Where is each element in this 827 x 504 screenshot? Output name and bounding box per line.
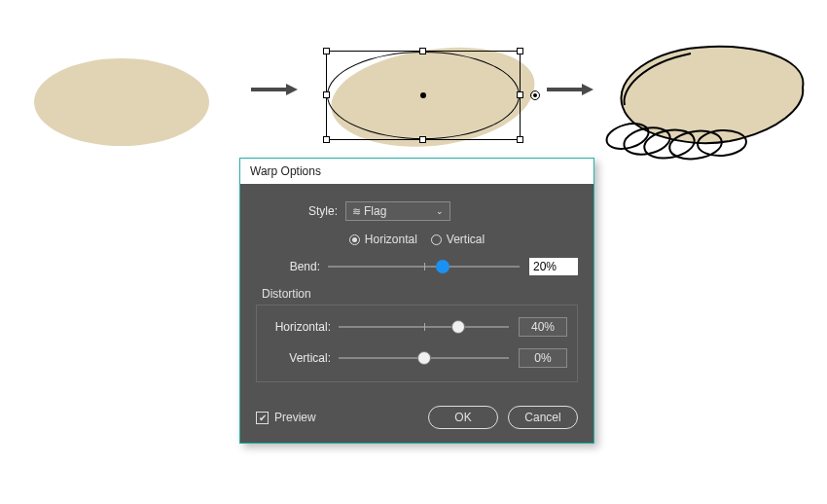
check-icon: ✔ xyxy=(256,412,269,424)
handle-tc[interactable] xyxy=(419,48,426,54)
preview-checkbox[interactable]: ✔ Preview xyxy=(256,411,316,424)
center-point[interactable] xyxy=(420,92,426,98)
handle-br[interactable] xyxy=(517,136,523,143)
handle-ml[interactable] xyxy=(323,91,330,98)
chevron-down-icon: ⌄ xyxy=(436,206,444,216)
dist-h-slider[interactable] xyxy=(339,326,509,328)
step3-result-drawing xyxy=(593,29,817,165)
dialog-body: Style: ≋ Flag ⌄ Horizontal Vertical xyxy=(240,184,593,443)
arrow-icon xyxy=(251,88,286,91)
bend-input[interactable]: 20% xyxy=(529,258,578,275)
slider-thumb[interactable] xyxy=(436,260,449,273)
distortion-section-label: Distortion xyxy=(256,287,578,301)
radio-off-icon xyxy=(431,234,442,245)
dialog-title: Warp Options xyxy=(250,164,321,178)
dist-v-input[interactable]: 0% xyxy=(519,348,567,368)
cancel-button[interactable]: Cancel xyxy=(508,406,578,429)
arrow-head-icon xyxy=(286,84,298,95)
arrow-icon xyxy=(547,88,582,91)
radio-on-icon xyxy=(349,234,360,245)
reference-point-icon[interactable] xyxy=(530,90,540,100)
dist-v-slider[interactable] xyxy=(339,357,509,359)
slider-center-tick xyxy=(424,263,425,270)
dist-v-label: Vertical: xyxy=(267,351,339,365)
handle-bc[interactable] xyxy=(419,136,426,143)
orientation-vertical-radio[interactable]: Vertical xyxy=(431,233,485,246)
slider-thumb[interactable] xyxy=(417,351,431,365)
warp-options-dialog: Warp Options Style: ≋ Flag ⌄ Horizontal xyxy=(239,158,594,444)
ok-button[interactable]: OK xyxy=(428,406,498,429)
radio-label: Horizontal xyxy=(365,233,417,246)
style-label: Style: xyxy=(273,204,345,218)
slider-thumb[interactable] xyxy=(451,320,465,334)
preview-label: Preview xyxy=(274,411,316,424)
slider-center-tick xyxy=(424,323,425,331)
arrow-head-icon xyxy=(582,84,593,95)
flag-style-icon: ≋ xyxy=(352,205,361,218)
distortion-group: Horizontal: 40% Vertical: 0% xyxy=(256,305,578,382)
radio-label: Vertical xyxy=(447,233,485,246)
handle-tr[interactable] xyxy=(517,48,523,54)
step1-ellipse xyxy=(34,58,209,146)
handle-tl[interactable] xyxy=(323,48,330,54)
handle-bl[interactable] xyxy=(323,136,330,143)
style-value: Flag xyxy=(364,204,386,218)
bend-slider[interactable] xyxy=(328,266,520,268)
dist-h-input[interactable]: 40% xyxy=(519,317,567,337)
bend-label: Bend: xyxy=(256,260,328,273)
dist-h-label: Horizontal: xyxy=(267,320,339,334)
orientation-horizontal-radio[interactable]: Horizontal xyxy=(349,233,417,246)
dialog-titlebar[interactable]: Warp Options xyxy=(240,159,593,184)
handle-mr[interactable] xyxy=(517,91,523,98)
style-dropdown[interactable]: ≋ Flag ⌄ xyxy=(345,201,450,221)
bounding-box[interactable] xyxy=(326,51,521,140)
illustration-stage xyxy=(0,10,827,156)
